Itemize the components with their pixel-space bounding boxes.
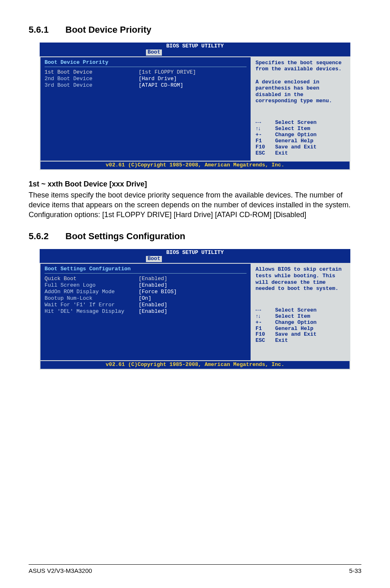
subsection-title-1: 1st ~ xxth Boot Device [xxx Drive]: [29, 180, 361, 189]
bios-copyright: v02.61 (C)Copyright 1985-2008, American …: [40, 162, 350, 170]
row-value: [Force BIOS]: [139, 289, 177, 295]
key-desc: Select Screen: [275, 307, 316, 314]
arrows-lr-icon: [256, 120, 275, 126]
row-value: [Enabled]: [139, 302, 167, 308]
section-header-1: 5.6.1 Boot Device Priority: [29, 25, 361, 35]
key-desc: Exit: [275, 338, 288, 344]
key-label: F10: [256, 332, 275, 338]
key-desc: Select Screen: [275, 120, 316, 126]
bios-left-panel: Boot Device Priority 1st Boot Device [1s…: [40, 57, 251, 161]
bios-help-text: Specifies the boot sequence from the ava…: [256, 60, 345, 104]
bios-panel-title: Boot Device Priority: [45, 60, 247, 66]
key-desc: Select Item: [275, 314, 310, 320]
bios-tab-row: Boot: [40, 256, 350, 263]
key-desc: Save and Exit: [275, 332, 316, 338]
row-value: [1st FLOPPY DRIVE]: [139, 70, 196, 76]
row-label: Wait For 'F1' If Error: [45, 302, 139, 308]
bios-help-text: Allows BIOS to skip certain tests while …: [256, 266, 345, 292]
row-label: Hit 'DEL' Message Display: [45, 309, 139, 315]
key-label: F10: [256, 144, 275, 150]
row-value: [ATAPI CD-ROM]: [139, 83, 183, 89]
key-label: F1: [256, 326, 275, 332]
bios-panel-title: Boot Settings Configuration: [45, 266, 247, 272]
bios-help-panel: Specifies the boot sequence from the ava…: [251, 57, 350, 161]
row-value: [Enabled]: [139, 276, 167, 282]
bios-title: BIOS SETUP UTILITY: [40, 249, 350, 256]
row-label: Bootup Num-Lock: [45, 296, 139, 302]
arrows-ud-icon: [256, 314, 275, 320]
bios-left-panel: Boot Settings Configuration Quick Boot […: [40, 264, 251, 360]
row-label: 2nd Boot Device: [45, 76, 139, 82]
footer-left: ASUS V2/V3-M3A3200: [29, 567, 92, 574]
bios-tab-row: Boot: [40, 49, 350, 56]
section-title: Boot Settings Configuration: [65, 231, 185, 242]
bios-row-hit-del: Hit 'DEL' Message Display [Enabled]: [45, 309, 247, 315]
key-desc: Exit: [275, 150, 288, 157]
key-label: +-: [256, 132, 275, 138]
arrows-ud-icon: [256, 126, 275, 132]
row-label: Full Screen Logo: [45, 283, 139, 289]
bios-tab-boot: Boot: [146, 256, 162, 262]
row-label: AddOn ROM Display Mode: [45, 289, 139, 295]
key-desc: General Help: [275, 326, 314, 332]
key-desc: Select Item: [275, 126, 310, 132]
key-label: ESC: [256, 150, 275, 157]
bios-screenshot-1: BIOS SETUP UTILITY Boot Boot Device Prio…: [40, 43, 350, 170]
divider: [45, 67, 247, 67]
row-label: Quick Boot: [45, 276, 139, 282]
row-value: [Enabled]: [139, 309, 167, 315]
bios-row-1st-boot: 1st Boot Device [1st FLOPPY DRIVE]: [45, 70, 247, 76]
row-value: [On]: [139, 296, 151, 302]
section-number: 5.6.2: [29, 231, 65, 242]
section-title: Boot Device Priority: [65, 25, 151, 35]
bios-row-wait-f1: Wait For 'F1' If Error [Enabled]: [45, 302, 247, 308]
bios-row-3rd-boot: 3rd Boot Device [ATAPI CD-ROM]: [45, 83, 247, 89]
row-label: 3rd Boot Device: [45, 83, 139, 89]
bios-tab-boot: Boot: [146, 49, 162, 56]
bios-row-full-screen-logo: Full Screen Logo [Enabled]: [45, 283, 247, 289]
footer-right: 5-33: [349, 567, 361, 574]
bios-row-2nd-boot: 2nd Boot Device [Hard Drive]: [45, 76, 247, 82]
key-label: +-: [256, 320, 275, 326]
bios-copyright: v02.61 (C)Copyright 1985-2008, American …: [40, 361, 350, 370]
bios-row-bootup-numlock: Bootup Num-Lock [On]: [45, 296, 247, 302]
bios-title: BIOS SETUP UTILITY: [40, 43, 350, 49]
key-desc: Save and Exit: [275, 144, 316, 150]
page-footer: ASUS V2/V3-M3A3200 5-33: [29, 564, 361, 574]
bios-row-addon-rom: AddOn ROM Display Mode [Force BIOS]: [45, 289, 247, 295]
key-desc: Change Option: [275, 320, 316, 326]
key-label: F1: [256, 138, 275, 144]
bios-row-quick-boot: Quick Boot [Enabled]: [45, 276, 247, 282]
subsection-para-1: These items specify the boot device prio…: [29, 190, 361, 220]
key-desc: Change Option: [275, 132, 316, 138]
section-header-2: 5.6.2 Boot Settings Configuration: [29, 231, 361, 242]
divider: [45, 273, 247, 274]
section-number: 5.6.1: [29, 25, 65, 35]
bios-screenshot-2: BIOS SETUP UTILITY Boot Boot Settings Co…: [40, 249, 350, 369]
row-label: 1st Boot Device: [45, 70, 139, 76]
arrows-lr-icon: [256, 307, 275, 314]
bios-help-panel: Allows BIOS to skip certain tests while …: [251, 264, 350, 360]
bios-key-legend: Select Screen Select Item +-Change Optio…: [256, 120, 345, 157]
row-value: [Hard Drive]: [139, 76, 177, 82]
bios-key-legend: Select Screen Select Item +-Change Optio…: [256, 307, 345, 344]
key-label: ESC: [256, 338, 275, 344]
key-desc: General Help: [275, 138, 314, 144]
row-value: [Enabled]: [139, 283, 167, 289]
